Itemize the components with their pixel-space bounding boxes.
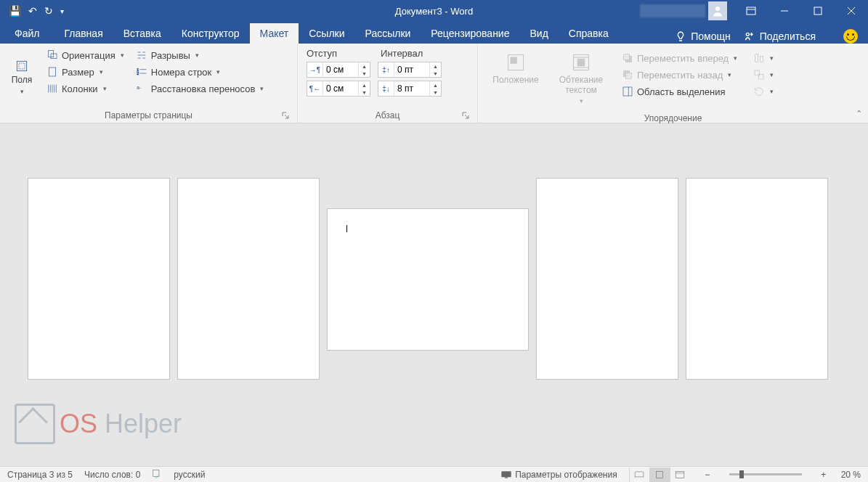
user-avatar-icon[interactable] [708,1,727,20]
view-mode-switcher [629,467,690,482]
redo-icon[interactable]: ↻ [44,5,53,17]
hyphenation-button[interactable]: a-Расстановка переносов▾ [134,81,266,96]
spacing-after-icon: ‡↓ [378,81,394,96]
indent-left-input[interactable] [323,65,358,75]
web-layout-icon[interactable] [670,467,690,482]
watermark: OS Helper [15,404,182,444]
tell-me[interactable]: Помощн [675,30,731,42]
spacing-before-spinner[interactable]: ‡↑▲▼ [378,62,442,78]
spin-up-icon[interactable]: ▲ [359,81,370,89]
dialog-launcher-icon[interactable] [461,111,470,120]
tab-home[interactable]: Главная [54,23,113,44]
dialog-launcher-icon[interactable] [281,111,290,120]
quick-access-toolbar: 💾 ↶ ↻ ▾ [0,5,64,17]
zoom-slider[interactable] [729,473,802,475]
breaks-icon [136,49,147,61]
tab-layout[interactable]: Макет [250,23,299,44]
zoom-in-button[interactable]: + [818,470,830,480]
align-button: ▾ [752,51,775,65]
breaks-button[interactable]: Разрывы▾ [134,48,266,62]
page-4[interactable] [536,178,678,380]
align-icon [753,52,765,64]
columns-icon [46,83,58,94]
group-paragraph: Отступ Интервал →¶▲▼ ‡↑▲▼ ¶←▲▼ ‡↓▲▼ Абза… [298,44,478,123]
lightbulb-icon [675,30,686,42]
page-5[interactable] [686,178,828,380]
collapse-ribbon-icon[interactable]: ⌃ [856,109,862,118]
indent-left-spinner[interactable]: →¶▲▼ [307,62,370,78]
bring-forward-icon [622,52,633,64]
tab-review[interactable]: Рецензирование [421,23,519,44]
svg-point-0 [715,7,720,11]
svg-rect-4 [814,7,822,15]
zoom-level[interactable]: 20 % [841,470,861,480]
indent-right-input[interactable] [323,83,358,94]
page-status[interactable]: Страница 3 из 5 [7,470,73,480]
save-icon[interactable]: 💾 [9,5,21,17]
word-count[interactable]: Число слов: 0 [84,470,140,480]
close-icon[interactable] [835,0,868,22]
tab-design[interactable]: Конструктор [171,23,250,44]
group-arrange: Положение Обтекание текстом▾ Переместить… [478,44,868,123]
svg-rect-42 [656,471,662,478]
svg-rect-43 [676,471,684,478]
spin-down-icon[interactable]: ▼ [359,70,370,77]
spin-up-icon[interactable]: ▲ [430,81,441,89]
minimize-icon[interactable] [768,0,801,22]
svg-rect-11 [51,54,57,59]
read-mode-icon[interactable] [629,467,649,482]
undo-icon[interactable]: ↶ [28,5,37,17]
group-page-setup: Поля▾ Ориентация▾ Размер▾ Колонки▾ Разры… [0,44,298,123]
spacing-before-icon: ‡↑ [378,62,394,77]
zoom-out-button[interactable]: − [702,470,713,480]
selection-pane-button[interactable]: Область выделения [620,84,739,99]
position-icon [506,52,526,73]
wrap-text-button: Обтекание текстом▾ [552,49,610,108]
group-icon [753,69,765,81]
tab-mailings[interactable]: Рассылки [355,23,421,44]
orientation-button[interactable]: Ориентация▾ [45,48,126,62]
svg-rect-12 [49,68,55,76]
document-canvas[interactable]: OS Helper [0,123,868,466]
columns-button[interactable]: Колонки▾ [45,81,126,96]
ribbon-display-icon[interactable] [734,0,768,22]
spin-up-icon[interactable]: ▲ [359,62,370,70]
maximize-icon[interactable] [801,0,835,22]
share-button[interactable]: Поделиться [744,30,816,42]
tab-references[interactable]: Ссылки [299,23,354,44]
spin-up-icon[interactable]: ▲ [430,62,441,70]
svg-rect-24 [511,57,516,63]
tab-help[interactable]: Справка [559,23,619,44]
spin-down-icon[interactable]: ▼ [359,89,370,96]
margins-button[interactable]: Поля▾ [4,46,39,108]
qat-customize-icon[interactable]: ▾ [60,7,64,15]
display-settings-icon[interactable]: Параметры отображения [500,470,617,480]
svg-rect-40 [501,471,511,477]
svg-text:2: 2 [137,71,139,75]
spin-down-icon[interactable]: ▼ [430,89,441,96]
user-name [640,4,705,17]
indent-heading: Отступ [307,48,337,59]
share-icon [744,30,755,42]
svg-rect-35 [755,54,758,62]
page-2[interactable] [177,178,320,380]
tab-view[interactable]: Вид [519,23,558,44]
indent-right-icon: ¶← [307,81,323,96]
language-status[interactable]: русский [174,470,205,480]
size-button[interactable]: Размер▾ [45,65,126,79]
spellcheck-icon[interactable] [152,468,162,481]
indent-right-spinner[interactable]: ¶←▲▼ [307,81,370,97]
group-label-paragraph: Абзац [302,108,473,123]
tab-insert[interactable]: Вставка [113,23,171,44]
tab-file[interactable]: Файл [0,23,54,44]
print-layout-icon[interactable] [649,467,670,482]
spin-down-icon[interactable]: ▼ [430,70,441,77]
page-3[interactable] [327,208,529,351]
spacing-after-spinner[interactable]: ‡↓▲▼ [378,81,442,97]
smiley-icon[interactable] [843,29,858,44]
page-1[interactable] [28,178,170,380]
send-backward-icon [622,69,633,81]
spacing-after-input[interactable] [394,83,429,94]
line-numbers-button[interactable]: 12Номера строк▾ [134,65,266,79]
spacing-before-input[interactable] [394,65,429,75]
